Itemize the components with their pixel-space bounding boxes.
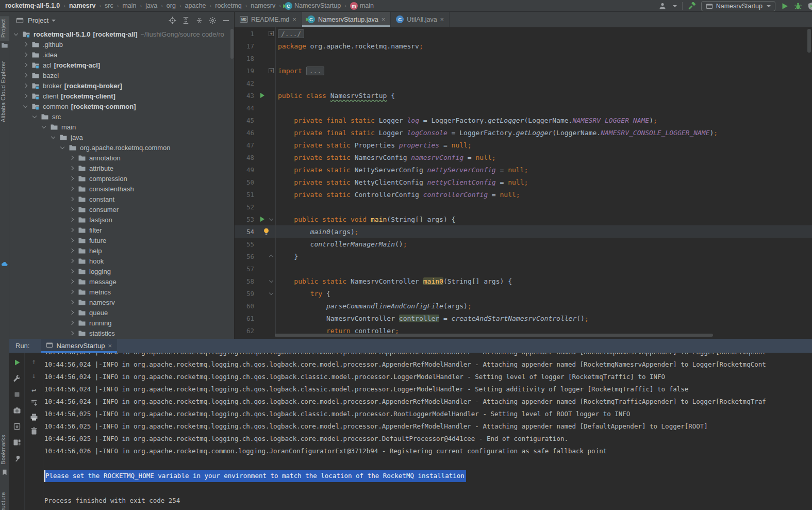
tree-row[interactable]: consumer <box>9 204 234 215</box>
tree-row[interactable]: org.apache.rocketmq.common <box>9 142 234 153</box>
code-line[interactable]: 19+import ... <box>235 64 812 77</box>
expand-arrow-icon[interactable] <box>70 269 74 273</box>
code-line[interactable]: 17package org.apache.rocketmq.namesrv; <box>235 40 812 52</box>
locate-icon[interactable] <box>167 15 177 26</box>
run-line-icon[interactable] <box>260 217 264 222</box>
user-icon[interactable] <box>658 2 667 10</box>
tree-row[interactable]: src <box>9 111 234 122</box>
editor-horizontal-scrollbar[interactable] <box>275 334 713 337</box>
arrow-down-button[interactable]: ↓ <box>29 371 39 380</box>
breadcrumb-item[interactable]: src <box>105 2 113 9</box>
tree-row[interactable]: attribute <box>9 163 234 173</box>
coverage-button[interactable] <box>807 2 812 10</box>
tree-row[interactable]: future <box>9 235 234 245</box>
fold-collapse-icon[interactable] <box>269 255 273 259</box>
editor-tab-namesrvstartup-java[interactable]: CNamesrvStartup.java× <box>302 12 391 27</box>
expand-arrow-icon[interactable] <box>70 290 74 294</box>
breadcrumb-item[interactable]: rocketmq-all-5.1.0 <box>5 2 60 9</box>
code-line[interactable]: 53 public static void main(String[] args… <box>235 213 812 225</box>
tree-scrollbar[interactable] <box>230 29 234 59</box>
build-hammer-icon[interactable] <box>688 2 696 10</box>
breadcrumb-item[interactable]: namesrv <box>69 2 95 9</box>
stripe-bookmarks-button[interactable]: Bookmarks <box>0 435 9 465</box>
expand-arrow-icon[interactable] <box>70 331 74 335</box>
code-line[interactable]: 46 private final static Logger logConsol… <box>235 126 812 139</box>
tree-row[interactable]: logging <box>9 266 234 276</box>
fold-collapse-icon[interactable] <box>269 217 273 221</box>
run-configuration-select[interactable]: NamesrvStartup <box>701 1 775 11</box>
chevron-down-icon[interactable] <box>673 5 677 7</box>
expand-arrow-icon[interactable] <box>70 259 74 263</box>
breadcrumb-item[interactable]: CNamesrvStartup <box>285 2 341 10</box>
project-panel-title[interactable]: Project <box>28 17 48 24</box>
settings-icon[interactable] <box>207 15 218 26</box>
editor-tab-utilall-java[interactable]: CUtilAll.java× <box>391 12 450 27</box>
expand-arrow-icon[interactable] <box>70 187 74 191</box>
expand-arrow-icon[interactable] <box>70 310 74 315</box>
tree-row[interactable]: .idea <box>9 50 234 60</box>
tree-row[interactable]: client[rocketmq-client] <box>9 91 234 101</box>
tree-row[interactable]: statistics <box>9 328 234 338</box>
tree-row[interactable]: bazel <box>9 70 234 80</box>
breadcrumb-item[interactable]: java <box>145 2 157 9</box>
run-line-icon[interactable] <box>260 93 264 98</box>
code-line[interactable]: 52 <box>235 201 812 213</box>
code-line[interactable]: 56 } <box>235 250 812 262</box>
expand-arrow-icon[interactable] <box>70 207 74 211</box>
collapse-arrow-icon[interactable] <box>42 124 46 128</box>
expand-arrow-icon[interactable] <box>14 31 18 35</box>
tree-row[interactable]: annotation <box>9 153 234 163</box>
code-line[interactable]: 55 controllerManagerMain(); <box>235 238 812 250</box>
scroll-end-button[interactable] <box>29 399 39 408</box>
tree-row[interactable]: fastjson <box>9 215 234 225</box>
code-line[interactable]: 51 private static ControllerConfig contr… <box>235 188 812 201</box>
expand-arrow-icon[interactable] <box>70 228 74 232</box>
collapse-arrow-icon[interactable] <box>51 134 55 138</box>
breadcrumb-item[interactable]: mmain <box>350 2 374 10</box>
bookmark-icon[interactable] <box>1 469 8 476</box>
code-line[interactable]: 44 <box>235 102 812 114</box>
breadcrumb-item[interactable]: rocketmq <box>215 2 241 9</box>
code-line[interactable]: 18 <box>235 52 812 64</box>
intention-bulb-icon[interactable] <box>262 227 270 236</box>
code-line[interactable]: 54 main0(args); <box>235 225 812 238</box>
expand-arrow-icon[interactable] <box>70 279 74 284</box>
expand-arrow-icon[interactable] <box>23 53 27 57</box>
camera-button[interactable] <box>12 406 22 415</box>
clear-button[interactable] <box>29 426 39 436</box>
close-icon[interactable]: × <box>292 16 296 23</box>
close-icon[interactable]: × <box>440 16 444 23</box>
run-button[interactable] <box>781 2 789 10</box>
code-line[interactable]: 60 parseCommandlineAndConfigFile(args); <box>235 300 812 312</box>
close-icon[interactable]: × <box>108 342 112 349</box>
expand-arrow-icon[interactable] <box>70 176 74 180</box>
tree-row[interactable]: common[rocketmq-common] <box>9 101 234 111</box>
tree-row[interactable]: .github <box>9 39 234 50</box>
collapse-arrow-icon[interactable] <box>32 113 37 118</box>
tree-row[interactable]: acl[rocketmq-acl] <box>9 60 234 70</box>
tree-row[interactable]: filter <box>9 225 234 235</box>
tree-row[interactable]: constant <box>9 194 234 204</box>
breadcrumb-item[interactable]: main <box>122 2 136 9</box>
tree-row[interactable]: java <box>9 132 234 142</box>
tree-row[interactable]: message <box>9 276 234 287</box>
open-into-button[interactable] <box>12 422 22 431</box>
expand-arrow-icon[interactable] <box>70 321 74 325</box>
close-icon[interactable]: × <box>382 16 386 23</box>
editor-tab-readme-md[interactable]: MDREADME.md× <box>235 12 302 27</box>
collapse-arrow-icon[interactable] <box>23 103 27 107</box>
wrench-button[interactable] <box>12 374 22 383</box>
pin-button[interactable] <box>12 454 22 463</box>
expand-arrow-icon[interactable] <box>70 218 74 222</box>
code-line[interactable]: 59 try { <box>235 287 812 300</box>
tree-row[interactable]: main <box>9 122 234 132</box>
stripe-structure-button[interactable]: Structure <box>0 492 9 510</box>
tree-row[interactable]: hook <box>9 256 234 266</box>
fold-expand-icon[interactable]: + <box>269 68 274 73</box>
folder-icon[interactable] <box>1 42 8 49</box>
expand-arrow-icon[interactable] <box>70 166 74 170</box>
arrow-up-button[interactable]: ↑ <box>29 357 39 366</box>
collapse-arrow-icon[interactable] <box>60 144 64 149</box>
code-line[interactable]: 43public class NamesrvStartup { <box>235 89 812 102</box>
code-line[interactable]: 1+/.../ <box>235 27 812 40</box>
